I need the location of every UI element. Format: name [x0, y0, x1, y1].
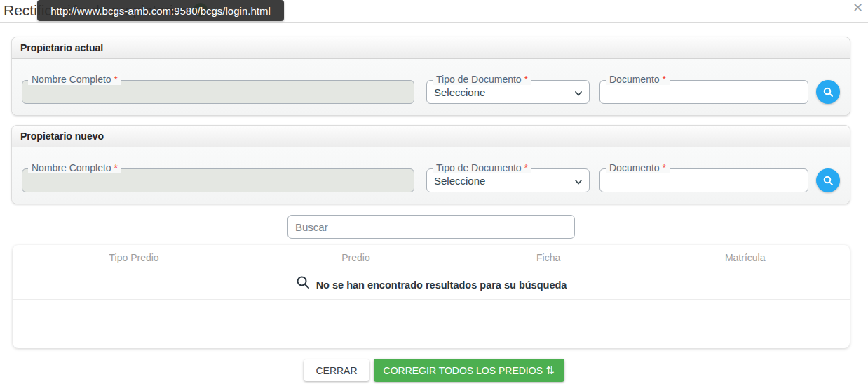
required-asterisk: *: [114, 162, 118, 173]
new-owner-document-field: Documento *: [599, 168, 808, 192]
current-owner-panel: Propietario actual Nombre Completo * Tip…: [11, 37, 850, 116]
cerrar-button[interactable]: CERRAR: [304, 359, 369, 381]
url-tooltip: http://www.bcgs-amb.com:9580/bcgs/login.…: [37, 0, 284, 21]
new-owner-doctype-field: Tipo de Documento * Seleccione: [426, 168, 590, 192]
search-input[interactable]: [288, 216, 574, 238]
search-row: [287, 215, 575, 239]
empty-results-message: No se han encontrado resultados para su …: [316, 279, 567, 291]
search-icon: [822, 175, 834, 187]
required-asterisk: *: [662, 74, 665, 85]
dialog-header: Rectificación de propietarios http://www…: [0, 0, 868, 23]
new-owner-fullname-field: Nombre Completo *: [22, 168, 414, 192]
document-label: Documento *: [606, 74, 670, 85]
fullname-label: Nombre Completo *: [28, 74, 121, 85]
current-owner-header: Propietario actual: [12, 37, 850, 59]
required-asterisk: *: [524, 162, 528, 173]
current-owner-document-field: Documento *: [599, 80, 808, 104]
close-icon[interactable]: ✕: [853, 1, 863, 15]
document-label: Documento *: [606, 162, 670, 173]
current-owner-search-button[interactable]: [816, 80, 840, 104]
search-icon: [296, 275, 311, 290]
table-header-row: Tipo Predio Predio Ficha Matrícula: [13, 245, 850, 270]
column-header-matricula: Matrícula: [640, 252, 850, 263]
required-asterisk: *: [524, 74, 528, 85]
empty-results-row: No se han encontrado resultados para su …: [13, 270, 850, 300]
footer-actions: CERRAR CORREGIR TODOS LOS PREDIOS⇅: [0, 359, 868, 382]
current-owner-fullname-field: Nombre Completo *: [22, 80, 414, 104]
fullname-label: Nombre Completo *: [28, 162, 121, 173]
required-asterisk: *: [114, 74, 118, 85]
new-owner-header: Propietario nuevo: [12, 126, 850, 147]
column-header-ficha: Ficha: [456, 252, 641, 263]
new-owner-panel: Propietario nuevo Nombre Completo * Tipo…: [11, 125, 850, 204]
required-asterisk: *: [662, 162, 665, 173]
column-header-predio: Predio: [255, 252, 456, 263]
column-header-tipo-predio: Tipo Predio: [13, 252, 255, 263]
results-table: Tipo Predio Predio Ficha Matrícula No se…: [13, 245, 850, 348]
swap-vertical-icon: ⇅: [545, 364, 555, 376]
search-icon: [822, 86, 834, 98]
doctype-label: Tipo de Documento *: [433, 74, 531, 85]
current-owner-doctype-field: Tipo de Documento * Seleccione: [426, 80, 590, 104]
doctype-label: Tipo de Documento *: [433, 162, 531, 173]
new-owner-search-button[interactable]: [816, 168, 840, 192]
corregir-todos-button[interactable]: CORREGIR TODOS LOS PREDIOS⇅: [374, 359, 564, 382]
